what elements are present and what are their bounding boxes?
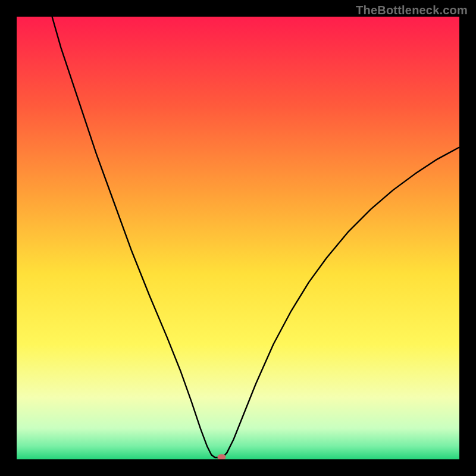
gradient-background	[17, 17, 459, 459]
plot-area	[17, 17, 459, 459]
watermark-text: TheBottleneck.com	[356, 4, 468, 17]
chart-frame: TheBottleneck.com	[0, 0, 476, 476]
chart-svg	[17, 17, 459, 459]
